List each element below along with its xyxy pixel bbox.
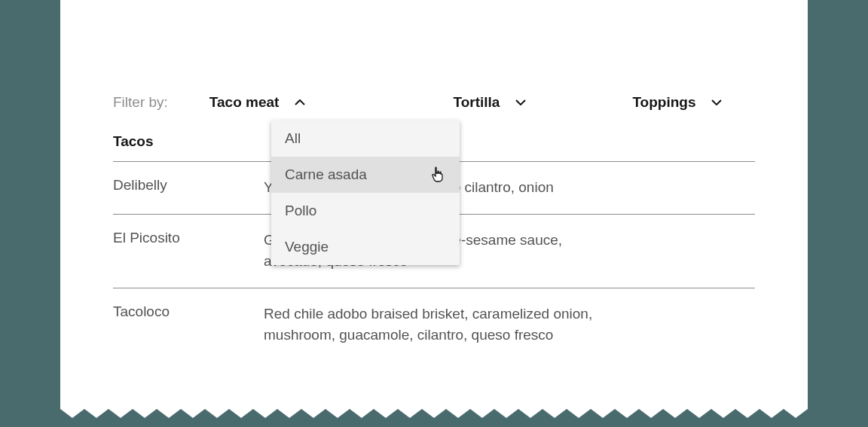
dropdown-option-label: Pollo — [285, 203, 316, 218]
filter-bar: Filter by: Taco meat Tortilla Toppings — [113, 94, 755, 111]
filter-dropdown-toppings[interactable]: Toppings — [632, 94, 723, 111]
pointer-cursor-icon — [431, 166, 445, 183]
filter-dropdown-label: Taco meat — [209, 94, 280, 111]
dropdown-option-veggie[interactable]: Veggie — [271, 229, 460, 265]
chevron-down-icon — [711, 96, 723, 108]
dropdown-option-pollo[interactable]: Pollo — [271, 193, 460, 229]
item-name: Tacoloco — [113, 303, 226, 346]
torn-edge-decoration — [0, 409, 868, 427]
chevron-down-icon — [515, 96, 527, 108]
dropdown-option-carne-asada[interactable]: Carne asada — [271, 157, 460, 193]
content-page: Filter by: Taco meat Tortilla Toppings T… — [60, 0, 808, 427]
dropdown-option-label: Veggie — [285, 239, 329, 255]
dropdown-option-all[interactable]: All — [271, 120, 460, 157]
dropdown-option-label: All — [285, 130, 301, 146]
chevron-up-icon — [294, 96, 306, 108]
filter-dropdown-label: Toppings — [632, 94, 695, 111]
filter-dropdown-label: Tortilla — [453, 94, 500, 111]
dropdown-option-label: Carne asada — [285, 166, 367, 182]
item-name: Delibelly — [113, 177, 226, 199]
filter-dropdown-tortilla[interactable]: Tortilla — [453, 94, 527, 111]
table-row: Tacoloco Red chile adobo braised brisket… — [113, 288, 755, 361]
dropdown-menu: All Carne asada Pollo Veggie — [271, 120, 460, 265]
filter-label: Filter by: — [113, 94, 168, 111]
item-name: El Picosito — [113, 230, 226, 273]
item-description: Red chile adobo braised brisket, caramel… — [264, 303, 610, 346]
filter-dropdown-taco-meat[interactable]: Taco meat — [209, 94, 307, 111]
